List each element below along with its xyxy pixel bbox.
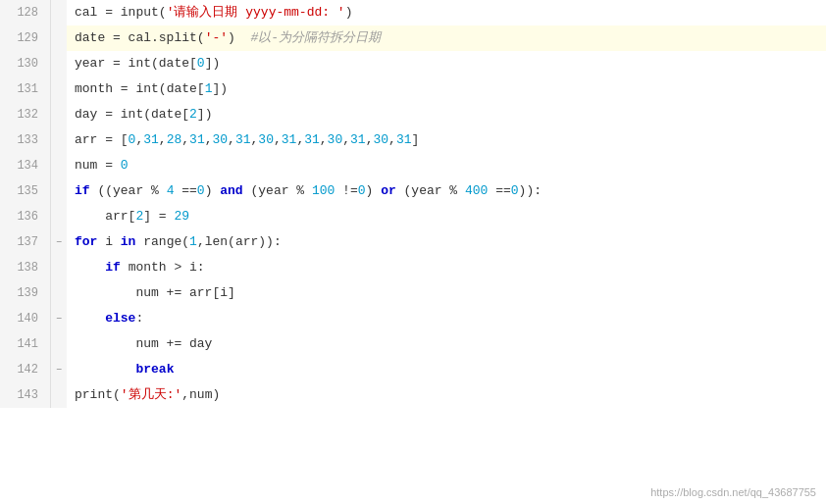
line-number: 142: [0, 357, 51, 382]
fold-gutter: [51, 102, 67, 127]
code-row: 136 arr[2] = 29: [0, 204, 826, 229]
code-content: num = 0: [67, 153, 826, 178]
code-content: month = int(date[1]): [67, 76, 826, 102]
fold-gutter: [51, 331, 67, 357]
code-content: else:: [67, 306, 826, 331]
code-row: 142− break: [0, 357, 826, 382]
fold-gutter[interactable]: −: [51, 306, 67, 331]
line-number: 139: [0, 280, 51, 306]
code-row: 143print('第几天:',num): [0, 382, 826, 408]
line-number: 128: [0, 0, 51, 25]
code-content: arr[2] = 29: [67, 204, 826, 229]
code-content: print('第几天:',num): [67, 382, 826, 408]
fold-gutter: [51, 204, 67, 229]
code-content: num += day: [67, 331, 826, 357]
line-number: 141: [0, 331, 51, 357]
code-row: 140− else:: [0, 306, 826, 331]
fold-gutter: [51, 25, 67, 51]
fold-gutter: [51, 51, 67, 76]
code-content: cal = input('请输入日期 yyyy-mm-dd: '): [67, 0, 826, 25]
code-content: date = cal.split('-') #以-为分隔符拆分日期: [67, 25, 826, 51]
fold-gutter[interactable]: −: [51, 357, 67, 382]
line-number: 134: [0, 153, 51, 178]
code-row: 131month = int(date[1]): [0, 76, 826, 102]
line-number: 131: [0, 76, 51, 102]
code-content: break: [67, 357, 826, 382]
code-row: 135if ((year % 4 ==0) and (year % 100 !=…: [0, 178, 826, 204]
code-content: day = int(date[2]): [67, 102, 826, 127]
code-content: for i in range(1,len(arr)):: [67, 229, 826, 255]
line-number: 136: [0, 204, 51, 229]
line-number: 137: [0, 229, 51, 255]
fold-gutter: [51, 76, 67, 102]
code-content: if month > i:: [67, 255, 826, 280]
fold-gutter[interactable]: −: [51, 229, 67, 255]
line-number: 133: [0, 127, 51, 153]
code-row: 137−for i in range(1,len(arr)):: [0, 229, 826, 255]
watermark: https://blog.csdn.net/qq_43687755: [650, 486, 816, 498]
code-content: if ((year % 4 ==0) and (year % 100 !=0) …: [67, 178, 826, 204]
line-number: 135: [0, 178, 51, 204]
code-row: 132day = int(date[2]): [0, 102, 826, 127]
line-number: 132: [0, 102, 51, 127]
code-row: 141 num += day: [0, 331, 826, 357]
line-number: 129: [0, 25, 51, 51]
fold-gutter: [51, 382, 67, 408]
code-row: 138 if month > i:: [0, 255, 826, 280]
fold-gutter: [51, 127, 67, 153]
fold-gutter: [51, 255, 67, 280]
fold-gutter: [51, 0, 67, 25]
code-content: num += arr[i]: [67, 280, 826, 306]
line-number: 140: [0, 306, 51, 331]
code-row: 134num = 0: [0, 153, 826, 178]
code-row: 139 num += arr[i]: [0, 280, 826, 306]
code-row: 128cal = input('请输入日期 yyyy-mm-dd: '): [0, 0, 826, 25]
code-row: 129date = cal.split('-') #以-为分隔符拆分日期: [0, 25, 826, 51]
code-row: 130year = int(date[0]): [0, 51, 826, 76]
fold-gutter: [51, 280, 67, 306]
line-number: 143: [0, 382, 51, 408]
fold-gutter: [51, 153, 67, 178]
code-content: year = int(date[0]): [67, 51, 826, 76]
line-number: 138: [0, 255, 51, 280]
fold-gutter: [51, 178, 67, 204]
code-content: arr = [0,31,28,31,30,31,30,31,31,30,31,3…: [67, 127, 826, 153]
line-number: 130: [0, 51, 51, 76]
code-row: 133arr = [0,31,28,31,30,31,30,31,31,30,3…: [0, 127, 826, 153]
code-editor: 128cal = input('请输入日期 yyyy-mm-dd: ')129d…: [0, 0, 826, 504]
code-lines: 128cal = input('请输入日期 yyyy-mm-dd: ')129d…: [0, 0, 826, 408]
